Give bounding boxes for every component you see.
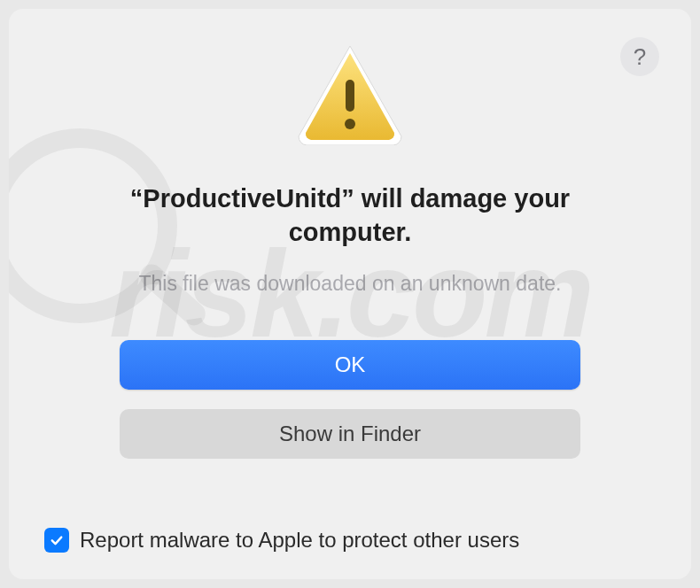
report-malware-label: Report malware to Apple to protect other… — [80, 528, 519, 553]
warning-icon — [293, 41, 407, 149]
ok-button[interactable]: OK — [120, 340, 580, 390]
alert-title: “ProductiveUnitd” will damage your compu… — [84, 182, 616, 249]
checkmark-icon — [49, 532, 65, 548]
svg-point-1 — [345, 119, 355, 129]
help-button[interactable]: ? — [620, 37, 659, 76]
svg-rect-0 — [346, 80, 354, 112]
show-in-finder-button-label: Show in Finder — [279, 422, 421, 446]
help-icon: ? — [634, 43, 646, 71]
report-malware-checkbox[interactable] — [44, 528, 69, 553]
report-malware-row: Report malware to Apple to protect other… — [44, 528, 519, 553]
alert-subtitle: This file was downloaded on an unknown d… — [139, 272, 562, 296]
show-in-finder-button[interactable]: Show in Finder — [120, 409, 580, 459]
gatekeeper-alert-dialog: risk.com ? “ProductiveUnitd” will damage… — [9, 9, 691, 579]
ok-button-label: OK — [335, 352, 366, 377]
